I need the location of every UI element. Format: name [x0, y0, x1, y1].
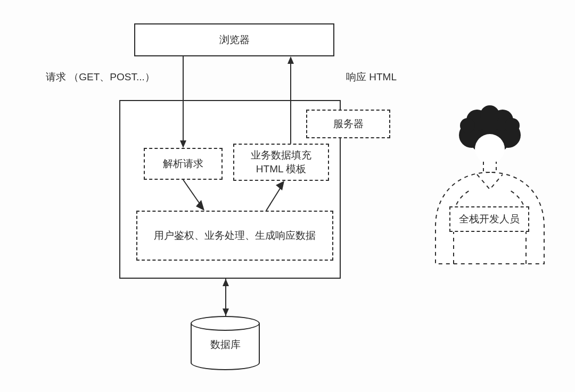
svg-marker-18	[223, 279, 229, 286]
database-label: 数据库	[191, 338, 260, 352]
process-box: 用户鉴权、业务处理、生成响应数据	[136, 211, 333, 261]
developer-figure: 全栈开发人员	[426, 104, 554, 269]
process-label: 用户鉴权、业务处理、生成响应数据	[154, 229, 316, 243]
server-label: 服务器	[333, 117, 364, 131]
browser-box: 浏览器	[134, 23, 334, 56]
architecture-diagram: 浏览器 请求 （GET、POST...） 响应 HTML 服务器 解析请求 业务…	[0, 0, 575, 392]
svg-point-8	[475, 134, 505, 164]
svg-point-5	[480, 105, 499, 124]
developer-role-box: 全栈开发人员	[449, 206, 529, 232]
parse-request-label: 解析请求	[163, 157, 203, 171]
svg-marker-19	[223, 308, 229, 316]
svg-point-7	[505, 118, 520, 133]
database-cylinder: 数据库	[191, 316, 260, 370]
server-label-box: 服务器	[306, 110, 390, 138]
developer-role-label: 全栈开发人员	[459, 212, 520, 226]
svg-marker-12	[288, 56, 294, 64]
response-label: 响应 HTML	[346, 70, 397, 84]
request-label: 请求 （GET、POST...）	[46, 70, 155, 84]
fill-template-box: 业务数据填充 HTML 模板	[233, 144, 329, 181]
browser-label: 浏览器	[219, 33, 250, 47]
fill-template-label: 业务数据填充 HTML 模板	[251, 148, 311, 176]
parse-request-box: 解析请求	[144, 148, 223, 180]
svg-point-6	[460, 118, 475, 133]
